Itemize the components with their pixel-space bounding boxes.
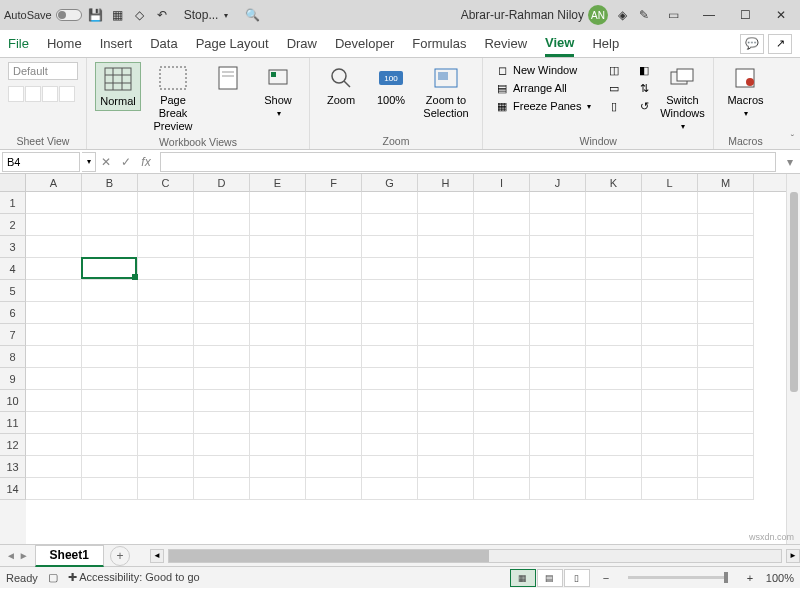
cell-G1[interactable] [362, 192, 418, 214]
user-account[interactable]: Abrar-ur-Rahman Niloy AN [461, 5, 608, 25]
cell-K12[interactable] [586, 434, 642, 456]
cell-G4[interactable] [362, 258, 418, 280]
cell-L4[interactable] [642, 258, 698, 280]
cell-C9[interactable] [138, 368, 194, 390]
cell-E8[interactable] [250, 346, 306, 368]
cell-A10[interactable] [26, 390, 82, 412]
row-header-5[interactable]: 5 [0, 280, 26, 302]
arrange-all-button[interactable]: ▤Arrange All [491, 80, 595, 96]
cell-H2[interactable] [418, 214, 474, 236]
page-layout-button[interactable] [205, 62, 251, 94]
cell-J6[interactable] [530, 302, 586, 324]
cell-D7[interactable] [194, 324, 250, 346]
cell-L2[interactable] [642, 214, 698, 236]
cell-H5[interactable] [418, 280, 474, 302]
cell-J10[interactable] [530, 390, 586, 412]
cell-E14[interactable] [250, 478, 306, 500]
column-header-M[interactable]: M [698, 174, 754, 192]
cell-A14[interactable] [26, 478, 82, 500]
cell-I10[interactable] [474, 390, 530, 412]
cell-G13[interactable] [362, 456, 418, 478]
row-header-1[interactable]: 1 [0, 192, 26, 214]
column-header-K[interactable]: K [586, 174, 642, 192]
cell-C12[interactable] [138, 434, 194, 456]
cell-J7[interactable] [530, 324, 586, 346]
row-header-10[interactable]: 10 [0, 390, 26, 412]
cell-J14[interactable] [530, 478, 586, 500]
cell-L13[interactable] [642, 456, 698, 478]
eraser-icon[interactable]: ◇ [132, 7, 148, 23]
cell-A12[interactable] [26, 434, 82, 456]
cell-J4[interactable] [530, 258, 586, 280]
cell-M6[interactable] [698, 302, 754, 324]
name-box[interactable]: B4 [2, 152, 80, 172]
autosave-toggle[interactable]: AutoSave [4, 9, 82, 21]
tab-view[interactable]: View [545, 31, 574, 57]
add-sheet-button[interactable]: + [110, 546, 130, 566]
tab-draw[interactable]: Draw [287, 32, 317, 55]
cell-H10[interactable] [418, 390, 474, 412]
cell-H7[interactable] [418, 324, 474, 346]
accessibility-status[interactable]: ✚ Accessibility: Good to go [68, 571, 200, 584]
cell-K9[interactable] [586, 368, 642, 390]
hscroll-thumb[interactable] [169, 550, 489, 562]
grid-icon[interactable]: ▦ [110, 7, 126, 23]
select-all-corner[interactable] [0, 174, 26, 192]
chevron-down-icon[interactable]: ▾ [224, 11, 228, 20]
undo-icon[interactable]: ↶ [154, 7, 170, 23]
tab-developer[interactable]: Developer [335, 32, 394, 55]
cell-E1[interactable] [250, 192, 306, 214]
cell-D4[interactable] [194, 258, 250, 280]
tab-review[interactable]: Review [484, 32, 527, 55]
cell-E2[interactable] [250, 214, 306, 236]
cell-E10[interactable] [250, 390, 306, 412]
cell-A6[interactable] [26, 302, 82, 324]
column-header-L[interactable]: L [642, 174, 698, 192]
cell-F3[interactable] [306, 236, 362, 258]
column-header-C[interactable]: C [138, 174, 194, 192]
cell-H3[interactable] [418, 236, 474, 258]
cell-F2[interactable] [306, 214, 362, 236]
row-header-8[interactable]: 8 [0, 346, 26, 368]
column-header-B[interactable]: B [82, 174, 138, 192]
cell-K4[interactable] [586, 258, 642, 280]
cell-L12[interactable] [642, 434, 698, 456]
cell-J5[interactable] [530, 280, 586, 302]
cell-B3[interactable] [82, 236, 138, 258]
cell-I9[interactable] [474, 368, 530, 390]
maximize-icon[interactable]: ☐ [730, 3, 760, 27]
zoom-level[interactable]: 100% [766, 572, 794, 584]
cell-M4[interactable] [698, 258, 754, 280]
row-header-6[interactable]: 6 [0, 302, 26, 324]
cell-M10[interactable] [698, 390, 754, 412]
save-icon[interactable]: 💾 [88, 7, 104, 23]
cell-K5[interactable] [586, 280, 642, 302]
reset-window-button[interactable]: ↺ [633, 98, 655, 114]
cell-G9[interactable] [362, 368, 418, 390]
cell-I6[interactable] [474, 302, 530, 324]
cell-D14[interactable] [194, 478, 250, 500]
cell-E4[interactable] [250, 258, 306, 280]
cell-B5[interactable] [82, 280, 138, 302]
cell-F13[interactable] [306, 456, 362, 478]
cell-I1[interactable] [474, 192, 530, 214]
cell-D1[interactable] [194, 192, 250, 214]
cell-M1[interactable] [698, 192, 754, 214]
cell-H13[interactable] [418, 456, 474, 478]
hscroll-left-icon[interactable]: ◄ [150, 549, 164, 563]
cell-H11[interactable] [418, 412, 474, 434]
cell-G14[interactable] [362, 478, 418, 500]
unhide-button[interactable]: ▯ [603, 98, 625, 114]
cell-I11[interactable] [474, 412, 530, 434]
cell-A8[interactable] [26, 346, 82, 368]
fx-icon[interactable]: fx [136, 155, 156, 169]
cell-C1[interactable] [138, 192, 194, 214]
cell-D2[interactable] [194, 214, 250, 236]
cell-M3[interactable] [698, 236, 754, 258]
namebox-dropdown-icon[interactable]: ▾ [82, 152, 96, 172]
comments-icon[interactable]: 💬 [740, 34, 764, 54]
cell-D5[interactable] [194, 280, 250, 302]
cell-K13[interactable] [586, 456, 642, 478]
cell-K1[interactable] [586, 192, 642, 214]
cell-A4[interactable] [26, 258, 82, 280]
